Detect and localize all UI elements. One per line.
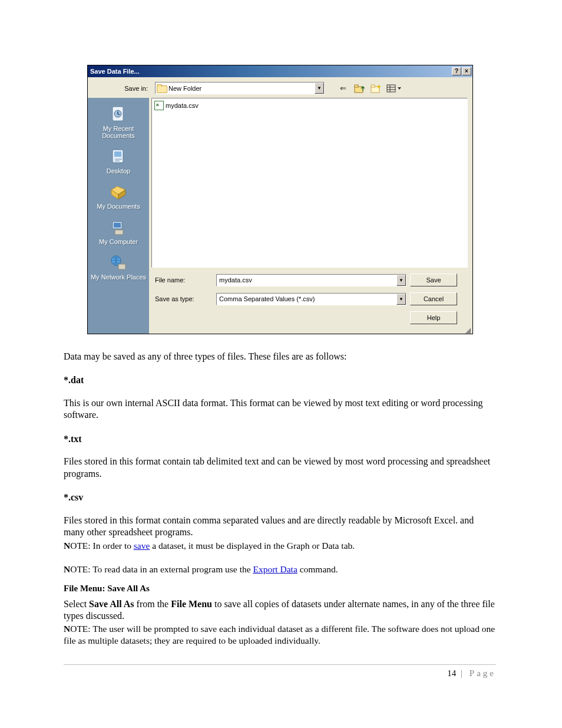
save-in-label: Save in: (92, 85, 150, 92)
heading-saveallas: File Menu: Save All As (64, 583, 496, 594)
link-export-data[interactable]: Export Data (253, 564, 297, 574)
save-button[interactable]: Save (410, 274, 457, 286)
svg-rect-16 (118, 264, 125, 269)
chevron-down-icon[interactable]: ▼ (396, 275, 406, 286)
help-titlebar-button[interactable]: ? (452, 67, 461, 75)
savetype-dropdown[interactable]: Comma Separated Values (*.csv) ▼ (216, 293, 406, 305)
file-list[interactable]: mydata.csv (151, 98, 468, 268)
new-folder-icon[interactable] (369, 83, 382, 94)
resize-grip[interactable]: ◢ (149, 328, 472, 334)
paragraph: Data may be saved as any of three types … (64, 351, 496, 363)
savetype-value: Comma Separated Values (*.csv) (219, 295, 315, 302)
page-footer: 14 | Page (64, 664, 496, 678)
dialog-title: Save Data File... (90, 68, 140, 75)
places-label: My Network Places (91, 274, 146, 281)
places-label: Desktop (107, 167, 130, 174)
paragraph: Files stored in this format contain tab … (64, 456, 496, 480)
recent-documents-icon (109, 105, 128, 124)
titlebar: Save Data File... ? × (88, 65, 472, 77)
document-body: Data may be saved as any of three types … (64, 351, 496, 647)
chevron-down-icon[interactable]: ▼ (396, 294, 406, 305)
desktop-icon (109, 147, 128, 166)
note-line: NOTE: In order to save a dataset, it mus… (64, 540, 496, 552)
places-bar: My Recent Documents Desktop (88, 98, 149, 334)
places-network[interactable]: My Network Places (88, 251, 149, 284)
up-one-level-icon[interactable] (353, 83, 366, 94)
svg-rect-14 (115, 230, 123, 235)
places-recent[interactable]: My Recent Documents (88, 103, 149, 143)
savetype-label: Save as type: (149, 295, 213, 302)
back-icon[interactable]: ⇐ (336, 83, 349, 94)
svg-rect-11 (114, 151, 121, 157)
file-name: mydata.csv (166, 102, 199, 109)
heading-csv: *.csv (64, 492, 496, 503)
svg-rect-13 (114, 223, 121, 228)
paragraph: Files stored in this format contain comm… (64, 515, 496, 539)
views-icon[interactable] (386, 83, 402, 94)
filename-label: File name: (149, 276, 213, 284)
paragraph: This is our own internal ASCII data form… (64, 397, 496, 421)
note-line: NOTE: To read data in an external progra… (64, 564, 496, 575)
places-mycomputer[interactable]: My Computer (88, 216, 149, 249)
svg-rect-4 (387, 85, 395, 92)
filename-value: mydata.csv (219, 276, 252, 284)
heading-txt: *.txt (64, 433, 496, 445)
csv-file-icon (154, 101, 164, 110)
folder-open-icon (157, 84, 166, 92)
save-in-value: New Folder (168, 85, 201, 92)
page-label: Page (470, 668, 496, 678)
heading-dat: *.dat (64, 374, 496, 386)
toolbar: Save in: New Folder ▼ ⇐ (88, 77, 472, 98)
cancel-button[interactable]: Cancel (410, 292, 457, 305)
svg-rect-1 (355, 85, 358, 87)
help-button[interactable]: Help (410, 311, 457, 324)
filename-input[interactable]: mydata.csv ▼ (216, 274, 406, 286)
note-line: NOTE: The user will be prompted to save … (64, 623, 496, 647)
paragraph: Select Save All As from the File Menu to… (64, 598, 496, 622)
chevron-down-icon[interactable]: ▼ (315, 83, 324, 94)
close-titlebar-button[interactable]: × (462, 67, 471, 75)
save-dialog: Save Data File... ? × Save in: New Folde… (87, 65, 473, 334)
places-label: My Computer (99, 238, 138, 245)
places-label: My Recent Documents (89, 125, 148, 139)
page-number: 14 (447, 668, 456, 678)
my-documents-icon (109, 183, 128, 202)
svg-rect-3 (371, 85, 375, 87)
save-in-dropdown[interactable]: New Folder ▼ (155, 82, 325, 94)
places-mydocuments[interactable]: My Documents (88, 180, 149, 213)
link-save[interactable]: save (134, 541, 150, 551)
file-item[interactable]: mydata.csv (154, 101, 465, 110)
places-label: My Documents (97, 203, 140, 210)
network-places-icon (109, 253, 128, 272)
places-desktop[interactable]: Desktop (88, 145, 149, 178)
my-computer-icon (109, 218, 128, 237)
